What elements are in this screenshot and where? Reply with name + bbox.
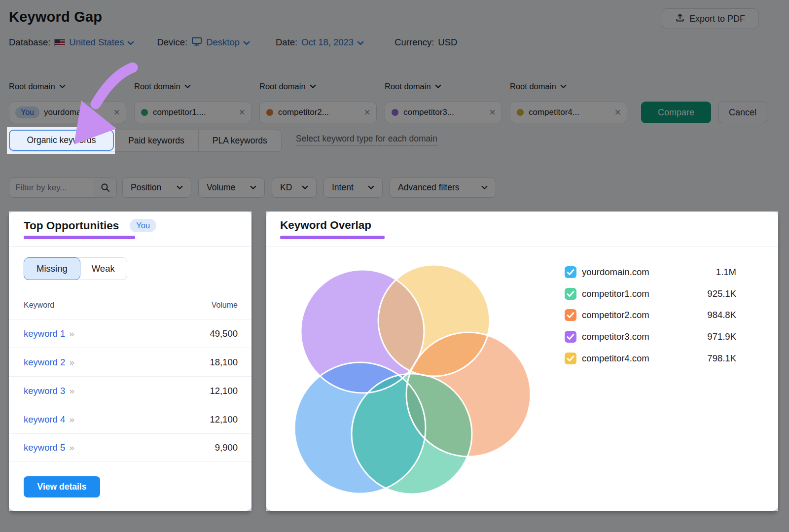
checked-checkbox-icon[interactable] <box>565 288 576 300</box>
us-flag-icon <box>54 39 65 46</box>
column-header-volume: Volume <box>212 301 238 310</box>
legend-domain: competitor1.com <box>582 288 649 299</box>
root-domain-dropdown-4[interactable]: Root domain <box>385 82 441 91</box>
legend-keyword-count: 971.9K <box>707 331 736 342</box>
remove-domain-icon[interactable]: × <box>113 107 120 118</box>
toggle-missing[interactable]: Missing <box>24 257 80 280</box>
report-settings-bar: Database: United States Device: Desktop <box>9 35 457 49</box>
domain-color-dot <box>391 108 399 116</box>
compare-button[interactable]: Compare <box>641 102 711 123</box>
domain-color-dot <box>141 108 148 116</box>
keyword-link[interactable]: keyword 2 <box>24 357 65 368</box>
annotation-underline <box>280 236 385 239</box>
kd-filter-dropdown[interactable]: KD <box>272 177 317 198</box>
chevron-down-icon <box>127 37 134 48</box>
legend-keyword-count: 798.1K <box>707 353 736 364</box>
domain-chip-competitor1[interactable]: competitor1.... × <box>134 102 251 123</box>
domain-chip-competitor2[interactable]: competitor2... × <box>259 102 377 123</box>
keyword-filter-field <box>9 177 117 198</box>
keyword-overlap-venn-chart[interactable] <box>276 249 542 508</box>
export-icon <box>675 13 685 25</box>
legend-item-competitor2: competitor2.com 984.8K <box>565 308 736 322</box>
database-selector[interactable]: Database: United States <box>9 37 134 48</box>
divider <box>9 246 251 247</box>
domain-chip-competitor4[interactable]: competitor4... × <box>510 102 627 123</box>
table-row: keyword 2 » 18,100 <box>9 348 251 376</box>
checked-checkbox-icon[interactable] <box>565 331 576 343</box>
chevron-down-icon <box>59 84 66 89</box>
domain-chip-text: competitor2... <box>278 107 329 117</box>
volume-filter-dropdown[interactable]: Volume <box>198 177 265 198</box>
column-header-keyword: Keyword <box>24 301 54 310</box>
root-domain-dropdown-5[interactable]: Root domain <box>510 82 567 91</box>
keyword-link[interactable]: keyword 1 <box>24 328 65 339</box>
date-label: Date: <box>276 37 297 48</box>
open-keyword-icon[interactable]: » <box>69 357 74 368</box>
intent-filter-dropdown[interactable]: Intent <box>323 177 383 198</box>
search-button[interactable] <box>94 178 116 197</box>
chevron-down-icon <box>368 185 374 190</box>
remove-domain-icon[interactable]: × <box>614 107 621 118</box>
keyword-link[interactable]: keyword 5 <box>24 442 65 453</box>
remove-domain-icon[interactable]: × <box>489 107 496 118</box>
domain-chip-competitor3[interactable]: competitor3... × <box>385 102 502 123</box>
desktop-icon <box>191 36 202 49</box>
keyword-volume: 49,500 <box>210 328 238 339</box>
tab-pla-keywords[interactable]: PLA keywords <box>198 130 281 151</box>
keyword-overlap-title: Keyword Overlap <box>280 219 371 232</box>
toggle-weak[interactable]: Weak <box>80 258 127 280</box>
chevron-down-icon <box>243 37 250 48</box>
database-value[interactable]: United States <box>69 37 124 48</box>
search-icon <box>101 183 110 192</box>
table-row: keyword 3 » 12,100 <box>9 376 251 405</box>
remove-domain-icon[interactable]: × <box>364 107 370 118</box>
chevron-down-icon <box>184 84 191 89</box>
open-keyword-icon[interactable]: » <box>69 442 74 453</box>
top-opportunities-title: Top Opportunities <box>24 219 119 232</box>
legend-keyword-count: 925.1K <box>707 288 736 299</box>
keyword-volume: 12,100 <box>210 386 238 396</box>
position-filter-dropdown[interactable]: Position <box>122 177 191 198</box>
export-to-pdf-button[interactable]: Export to PDF <box>662 8 758 29</box>
tab-paid-keywords[interactable]: Paid keywords <box>114 130 198 151</box>
keyword-filter-input[interactable] <box>9 183 94 193</box>
domain-chip-text: competitor4... <box>529 107 579 117</box>
root-domain-dropdown-1[interactable]: Root domain <box>9 82 66 91</box>
legend-item-competitor3: competitor3.com 971.9K <box>565 330 736 344</box>
root-domain-dropdown-2[interactable]: Root domain <box>134 82 191 91</box>
open-keyword-icon[interactable]: » <box>69 386 74 396</box>
legend-keyword-count: 1.1M <box>716 267 736 278</box>
tab-organic-keywords[interactable]: Organic keywords <box>9 130 114 151</box>
top-opportunities-card: Top Opportunities You Missing Weak Keywo… <box>9 212 251 511</box>
root-domain-dropdown-3[interactable]: Root domain <box>259 82 316 91</box>
keyword-link[interactable]: keyword 3 <box>24 386 65 396</box>
opportunities-table: keyword 1 » 49,500 keyword 2 » 18,100 ke… <box>9 319 251 462</box>
device-selector[interactable]: Device: Desktop <box>157 36 250 49</box>
device-value[interactable]: Desktop <box>206 37 240 48</box>
advanced-filters-dropdown[interactable]: Advanced filters <box>390 177 496 198</box>
checked-checkbox-icon[interactable] <box>565 266 576 278</box>
legend-item-yourdomain: yourdomain.com 1.1M <box>565 265 736 279</box>
chevron-down-icon <box>357 37 364 48</box>
date-value[interactable]: Oct 18, 2023 <box>301 37 354 48</box>
currency-value: USD <box>438 37 457 48</box>
keyword-link[interactable]: keyword 4 <box>24 414 65 425</box>
cancel-button[interactable]: Cancel <box>718 102 767 123</box>
keyword-overlap-card: Keyword Overlap <box>266 212 778 511</box>
divider <box>266 247 778 247</box>
view-details-button[interactable]: View details <box>24 476 100 497</box>
checked-checkbox-icon[interactable] <box>565 353 576 364</box>
open-keyword-icon[interactable]: » <box>69 414 74 425</box>
remove-domain-icon[interactable]: × <box>239 107 245 118</box>
select-keyword-type-link[interactable]: Select keyword type for each domain <box>296 134 437 146</box>
keyword-type-tabs: Organic keywords Paid keywords PLA keywo… <box>9 130 282 152</box>
you-badge: You <box>130 219 156 232</box>
checked-checkbox-icon[interactable] <box>565 309 576 321</box>
date-selector[interactable]: Date: Oct 18, 2023 <box>276 37 364 48</box>
domain-chip-text: competitor3... <box>403 107 454 117</box>
open-keyword-icon[interactable]: » <box>69 328 74 339</box>
domain-chip-text: competitor1.... <box>153 107 206 117</box>
domain-chip-yourdomain[interactable]: You yourdoma... × <box>9 102 126 123</box>
legend-keyword-count: 984.8K <box>707 310 736 320</box>
table-row: keyword 4 » 12,100 <box>9 405 251 433</box>
